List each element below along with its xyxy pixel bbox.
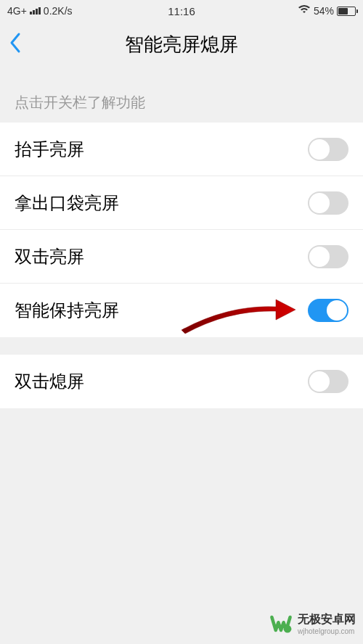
section-header: 点击开关栏了解功能: [0, 67, 363, 123]
network-speed: 0.2K/s: [44, 5, 73, 17]
nav-bar: 智能亮屏熄屏: [0, 22, 363, 67]
back-button[interactable]: [9, 32, 22, 57]
battery-icon: [337, 7, 356, 16]
status-right: 54%: [298, 4, 356, 17]
toggle-pocket-wake[interactable]: [308, 191, 348, 215]
svg-point-0: [284, 625, 292, 633]
setting-label: 拿出口袋亮屏: [15, 191, 119, 215]
signal-icon: [30, 7, 41, 15]
setting-pocket-wake[interactable]: 拿出口袋亮屏: [0, 176, 363, 230]
setting-double-tap-sleep[interactable]: 双击熄屏: [0, 355, 363, 408]
settings-group-2: 双击熄屏: [0, 355, 363, 408]
setting-label: 智能保持亮屏: [15, 299, 119, 322]
setting-label: 双击熄屏: [15, 370, 84, 393]
network-type: 4G+: [7, 5, 27, 17]
status-bar: 4G+ 0.2K/s 11:16 54%: [0, 0, 363, 22]
battery-percent: 54%: [314, 5, 334, 17]
watermark-title: 无极安卓网: [298, 612, 356, 627]
setting-smart-stay[interactable]: 智能保持亮屏: [0, 284, 363, 337]
setting-double-tap-wake[interactable]: 双击亮屏: [0, 230, 363, 284]
watermark-url: wjhotelgroup.com: [298, 627, 356, 635]
toggle-smart-stay[interactable]: [308, 299, 348, 322]
toggle-double-tap-sleep[interactable]: [308, 370, 348, 393]
status-left: 4G+ 0.2K/s: [7, 5, 73, 17]
toggle-raise-to-wake[interactable]: [308, 138, 348, 161]
setting-label: 双击亮屏: [15, 245, 84, 268]
toggle-double-tap-wake[interactable]: [308, 245, 348, 268]
watermark: 无极安卓网 wjhotelgroup.com: [268, 611, 356, 637]
wifi-icon: [298, 4, 311, 17]
setting-label: 抬手亮屏: [15, 138, 84, 161]
status-time: 11:16: [168, 5, 195, 17]
page-title: 智能亮屏熄屏: [0, 32, 363, 57]
settings-group-1: 抬手亮屏 拿出口袋亮屏 双击亮屏 智能保持亮屏: [0, 123, 363, 337]
setting-raise-to-wake[interactable]: 抬手亮屏: [0, 123, 363, 176]
watermark-logo-icon: [268, 611, 294, 637]
